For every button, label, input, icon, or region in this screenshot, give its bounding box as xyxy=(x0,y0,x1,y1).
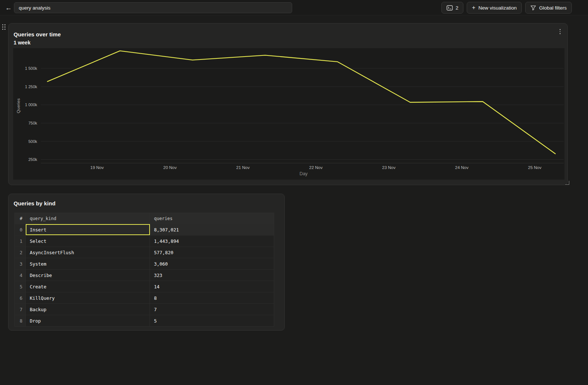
row-index-cell: 2 xyxy=(15,247,26,258)
queries-value-cell[interactable]: 577,820 xyxy=(150,247,274,258)
row-index-cell: 5 xyxy=(15,281,26,292)
table-row: 3System3,060 xyxy=(15,258,274,269)
y-tick-label: 250k xyxy=(28,157,37,162)
x-tick-label: 20 Nov xyxy=(163,165,177,170)
x-tick-label: 25 Nov xyxy=(528,165,542,170)
x-tick-label: 19 Nov xyxy=(90,165,104,170)
query-kind-cell[interactable]: Drop xyxy=(26,315,150,326)
y-axis-title: Queries xyxy=(16,98,21,114)
plus-icon: + xyxy=(472,5,475,11)
dashboard-page: ← 2 + New visualization xyxy=(0,0,588,385)
queries-by-kind-table: #query_kindqueries0Insert8,307,0211Selec… xyxy=(14,213,274,327)
console-count: 2 xyxy=(456,5,459,11)
queries-by-kind-panel: Queries by kind #query_kindqueries0Inser… xyxy=(8,194,285,331)
queries-value-cell[interactable]: 3,060 xyxy=(150,258,274,269)
table-row: 6KillQuery8 xyxy=(15,292,274,303)
y-tick-label: 1 000k xyxy=(25,102,37,107)
table-header-row: #query_kindqueries xyxy=(15,213,274,224)
column-header-index: # xyxy=(15,213,26,224)
queries-value-cell[interactable]: 323 xyxy=(150,270,274,281)
topbar-actions: 2 + New visualization Global filters xyxy=(441,2,572,14)
queries-value-cell[interactable]: 1,443,894 xyxy=(150,235,274,247)
row-index-cell: 6 xyxy=(15,292,26,303)
back-button[interactable]: ← xyxy=(4,3,13,12)
row-index-cell: 8 xyxy=(15,315,26,326)
table-row: 0Insert8,307,021 xyxy=(15,224,274,235)
chart-menu-kebab-icon[interactable] xyxy=(557,29,563,35)
table-row: 2AsyncInsertFlush577,820 xyxy=(15,247,274,258)
query-kind-cell[interactable]: System xyxy=(26,258,150,269)
panel-drag-handle-icon[interactable] xyxy=(2,24,8,31)
queries-value-cell[interactable]: 5 xyxy=(150,315,274,326)
console-count-button[interactable]: 2 xyxy=(441,2,464,14)
chart-panel-title: Queries over time xyxy=(14,31,61,37)
query-kind-cell[interactable]: Backup xyxy=(26,304,150,315)
y-tick-label: 1 500k xyxy=(25,66,37,71)
table-row: 8Drop5 xyxy=(15,315,274,326)
row-index-cell: 1 xyxy=(15,235,26,247)
table-row: 7Backup7 xyxy=(15,303,274,315)
queries-over-time-chart[interactable]: 1 500k1 250k1 000k750k500k250k19 Nov20 N… xyxy=(13,48,564,180)
x-tick-label: 23 Nov xyxy=(382,165,396,170)
table-row: 1Select1,443,894 xyxy=(15,235,274,247)
terminal-window-icon xyxy=(447,5,453,11)
queries-value-cell[interactable]: 8 xyxy=(150,292,274,303)
query-kind-cell[interactable]: Create xyxy=(26,281,150,292)
funnel-icon xyxy=(530,5,536,11)
query-kind-cell[interactable]: KillQuery xyxy=(26,292,150,303)
table-row: 5Create14 xyxy=(15,281,274,292)
y-tick-label: 500k xyxy=(28,139,37,144)
table-panel-title: Queries by kind xyxy=(14,200,55,206)
query-kind-cell[interactable]: AsyncInsertFlush xyxy=(26,247,150,258)
row-index-cell: 4 xyxy=(15,270,26,281)
row-index-cell: 7 xyxy=(15,304,26,315)
arrow-left-icon: ← xyxy=(5,4,12,12)
x-tick-label: 24 Nov xyxy=(455,165,469,170)
top-bar: ← 2 + New visualization xyxy=(0,0,588,15)
column-header-queries: queries xyxy=(150,213,274,224)
queries-value-cell[interactable]: 8,307,021 xyxy=(150,224,274,235)
row-index-cell: 0 xyxy=(15,224,26,235)
new-visualization-label: New visualization xyxy=(478,5,517,11)
queries-value-cell[interactable]: 7 xyxy=(150,304,274,315)
new-visualization-button[interactable]: + New visualization xyxy=(467,2,522,14)
y-tick-label: 750k xyxy=(28,121,37,125)
column-header-query_kind: query_kind xyxy=(26,213,150,224)
x-axis-title: Day xyxy=(300,171,308,176)
line-chart-svg: 1 500k1 250k1 000k750k500k250k19 Nov20 N… xyxy=(13,48,564,180)
x-tick-label: 21 Nov xyxy=(236,165,250,170)
global-filters-label: Global filters xyxy=(539,5,567,11)
chart-line-queries xyxy=(47,51,555,154)
query-kind-cell[interactable]: Insert xyxy=(26,224,150,235)
row-index-cell: 3 xyxy=(15,258,26,269)
chart-panel-subtitle: 1 week xyxy=(14,40,31,46)
queries-over-time-panel: Queries over time 1 week 1 500k1 250k1 0… xyxy=(8,23,568,185)
global-filters-button[interactable]: Global filters xyxy=(525,2,572,14)
y-tick-label: 1 250k xyxy=(25,84,37,89)
queries-value-cell[interactable]: 14 xyxy=(150,281,274,292)
query-kind-cell[interactable]: Describe xyxy=(26,270,150,281)
query-kind-cell[interactable]: Select xyxy=(26,235,150,247)
table-row: 4Describe323 xyxy=(15,269,274,281)
x-tick-label: 22 Nov xyxy=(309,165,323,170)
panel-resize-handle[interactable] xyxy=(565,181,569,185)
dashboard-title-input[interactable] xyxy=(14,2,292,13)
